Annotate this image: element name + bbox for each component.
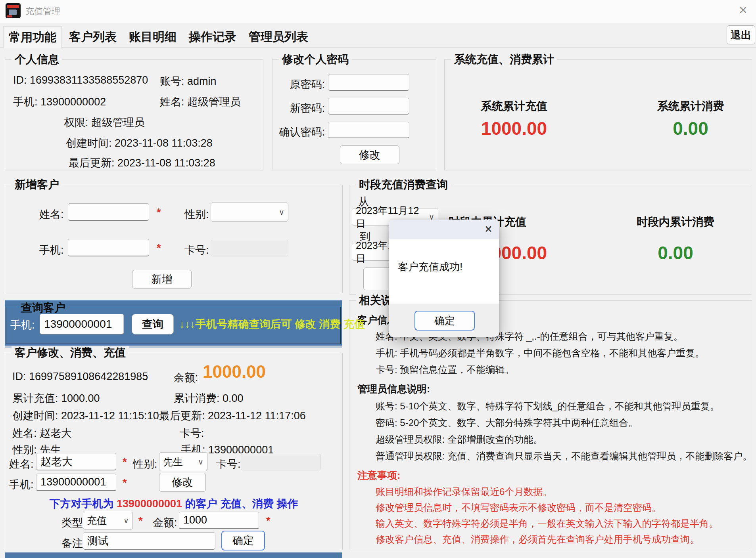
chevron-down-icon: ∨ xyxy=(198,457,203,466)
personal-info-group: 个人信息 ID: 16993831133588552870 账号: admin … xyxy=(5,59,263,170)
edit-gender-value: 先生 xyxy=(163,455,183,468)
personal-name: 姓名: 超级管理员 xyxy=(160,95,241,109)
add-phone-input[interactable] xyxy=(68,239,149,256)
edit-gender-label: 性别: xyxy=(133,457,157,471)
tab-customer-list[interactable]: 客户列表 xyxy=(64,26,122,48)
notice-line: 修改管理员信息时，不填写密码表示不修改密码，而不是清空密码。 xyxy=(376,501,661,514)
period-query-group-title: 时段充值消费查询 xyxy=(356,178,451,191)
customer-edit-group-title: 客户修改、消费、充值 xyxy=(12,346,129,359)
search-phone-label: 手机: xyxy=(10,318,35,332)
op-confirm-button[interactable]: 确定 xyxy=(221,531,265,550)
edit-phone-required: * xyxy=(123,477,127,489)
notice-line: 账目明细和操作记录保留最近6个月数据。 xyxy=(376,485,552,498)
modify-customer-button[interactable]: 修改 xyxy=(159,473,206,492)
tab-account-detail[interactable]: 账目明细 xyxy=(124,26,182,48)
edit-card-input-disabled xyxy=(241,454,321,470)
add-card-label: 卡号: xyxy=(184,243,209,257)
customer-balance-value: 1000.00 xyxy=(203,362,266,382)
tab-admin-list[interactable]: 管理员列表 xyxy=(244,26,313,48)
admin-info-heading: 管理员信息说明: xyxy=(357,382,430,396)
add-customer-group: 新增客户 姓名: * 性别: ∨ 手机: * 卡号: 新增 xyxy=(5,185,343,293)
op-note-input[interactable] xyxy=(83,532,215,550)
next-group-header-strip xyxy=(5,552,342,558)
old-password-input[interactable] xyxy=(328,74,409,91)
old-password-label: 原密码: xyxy=(276,77,325,92)
change-password-button[interactable]: 修改 xyxy=(340,145,399,164)
personal-id: ID: 16993831133588552870 xyxy=(13,74,148,86)
personal-updated: 最后更新: 2023-11-08 11:03:28 xyxy=(69,156,215,170)
chevron-down-icon: ∨ xyxy=(123,516,129,525)
customer-total-consume: 累计消费: 0.00 xyxy=(174,391,244,405)
period-consume-value: 0.00 xyxy=(629,242,721,264)
tab-bar: 常用功能 客户列表 账目明细 操作记录 管理员列表 xyxy=(3,26,313,48)
customer-card-info: 卡号: xyxy=(180,426,204,440)
tab-operation-log[interactable]: 操作记录 xyxy=(184,26,242,48)
operation-hint: 下方对手机为 13900000001 的客户 充值、消费 操作 xyxy=(5,497,342,511)
add-gender-label: 性别: xyxy=(184,207,209,222)
add-phone-required: * xyxy=(157,242,161,254)
customer-edit-group: 客户修改、消费、充值 ID: 16997589108642281985 余额: … xyxy=(5,353,343,550)
new-password-label: 新密码: xyxy=(276,101,325,115)
notice-line: 修改客户信息、充值、消费操作，必须首先在查询客户处用手机号成功查询。 xyxy=(376,533,699,546)
system-consume-label: 系统累计消费 xyxy=(643,99,738,114)
title-bar: 充值管理 ✕ xyxy=(0,0,756,23)
operation-hint-phone: 13900000001 xyxy=(117,498,182,510)
app-icon-foot xyxy=(7,15,12,17)
app-icon-body xyxy=(9,10,17,15)
instruction-line: 卡号: 预留信息位置，不能编辑。 xyxy=(376,363,514,376)
success-dialog-header: ✕ xyxy=(389,220,499,239)
search-hint-text: ↓↓↓手机号精确查询后可 修改 消费 充值 xyxy=(179,317,365,331)
add-name-input[interactable] xyxy=(68,203,149,221)
app-icon-red-bar xyxy=(7,5,19,8)
customer-id: ID: 16997589108642281985 xyxy=(12,371,148,383)
success-dialog-footer: 确定 xyxy=(389,304,499,337)
tab-common-functions[interactable]: 常用功能 xyxy=(3,26,62,48)
op-type-required: * xyxy=(138,515,143,527)
search-phone-input[interactable] xyxy=(40,314,124,334)
instruction-line: 账号: 5-10个英文、数字、特殊字符下划线_的任意组合，不能和其他管理员重复。 xyxy=(376,400,720,413)
dialog-ok-button[interactable]: 确定 xyxy=(414,311,475,331)
success-dialog: ✕ 客户充值成功! 确定 xyxy=(389,220,499,337)
operation-hint-suffix: 的客户 充值、消费 操作 xyxy=(185,498,298,510)
system-recharge-value: 1000.00 xyxy=(466,118,562,139)
add-customer-button[interactable]: 新增 xyxy=(132,270,192,289)
add-name-label: 姓名: xyxy=(39,207,64,222)
confirm-password-input[interactable] xyxy=(328,122,409,138)
add-gender-select[interactable]: ∨ xyxy=(211,203,288,222)
new-password-input[interactable] xyxy=(328,98,409,115)
instructions-group: 相关说明 客户信息说明: 姓名: 中文、英文、数字、特殊字符 _,.-的任意组合… xyxy=(349,300,752,550)
personal-info-group-title: 个人信息 xyxy=(12,53,62,66)
instruction-line: 超级管理员权限: 全部增删改查的功能。 xyxy=(376,433,543,446)
dialog-close-icon[interactable]: ✕ xyxy=(484,224,493,235)
instruction-line: 手机: 手机号码必须都是半角数字，中间不能包含空格，不能和其他客户重复。 xyxy=(376,347,704,359)
customer-balance-label: 余额: xyxy=(174,371,198,385)
add-name-required: * xyxy=(157,206,161,219)
op-amount-input[interactable] xyxy=(179,512,259,529)
edit-gender-select[interactable]: 先生 ∨ xyxy=(159,452,207,471)
edit-name-required: * xyxy=(123,456,127,468)
system-totals-group-title: 系统充值、消费累计 xyxy=(451,53,557,66)
dialog-message: 客户充值成功! xyxy=(398,260,462,274)
chevron-down-icon: ∨ xyxy=(279,208,284,217)
op-type-label: 类型: xyxy=(61,516,86,530)
edit-phone-input[interactable] xyxy=(36,474,116,491)
search-query-button[interactable]: 查询 xyxy=(132,314,174,334)
op-type-select[interactable]: 充值 ∨ xyxy=(83,511,133,530)
window-close-icon[interactable]: ✕ xyxy=(739,4,748,17)
window-title: 充值管理 xyxy=(25,6,60,17)
confirm-password-label: 确认密码: xyxy=(272,125,325,139)
system-recharge-label: 系统累计充值 xyxy=(466,99,562,114)
edit-card-label: 卡号: xyxy=(216,457,241,471)
instruction-line: 密码: 5-20个英文、数字、大部分特殊字符其中两种任意组合。 xyxy=(376,417,638,429)
app-icon xyxy=(6,3,21,18)
system-consume-value: 0.00 xyxy=(643,118,738,139)
personal-account: 账号: admin xyxy=(160,74,217,88)
op-amount-required: * xyxy=(266,515,271,527)
op-note-label: 备注: xyxy=(61,536,86,550)
recharge-management-window: 充值管理 ✕ 常用功能 客户列表 账目明细 操作记录 管理员列表 退出 个人信息… xyxy=(0,0,756,558)
notice-heading: 注意事项: xyxy=(357,469,400,482)
search-customer-group-title: 查询客户 xyxy=(18,300,68,315)
exit-button[interactable]: 退出 xyxy=(727,25,755,44)
edit-name-input[interactable] xyxy=(36,453,116,470)
change-password-group: 修改个人密码 原密码: 新密码: 确认密码: 修改 xyxy=(272,59,436,170)
